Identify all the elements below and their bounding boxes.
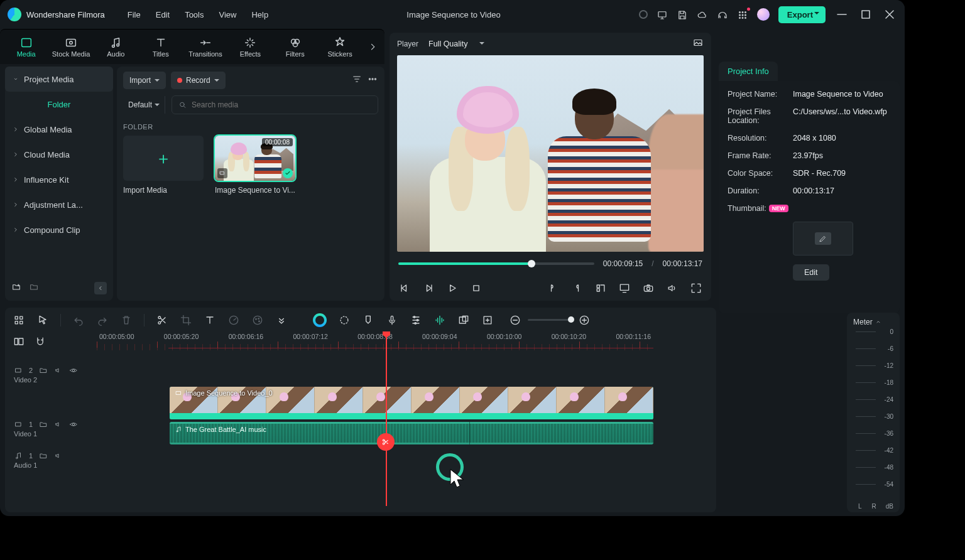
window-maximize[interactable] (858, 7, 873, 22)
more-icon[interactable] (367, 73, 378, 87)
monitor-icon[interactable] (657, 9, 668, 19)
player-preview[interactable] (397, 55, 704, 252)
pencil-icon[interactable] (815, 232, 831, 245)
project-info-panel: Project Info Project Name:Image Sequence… (719, 62, 900, 301)
ai-button[interactable] (313, 313, 327, 327)
prev-frame-button[interactable] (398, 282, 411, 294)
voiceover-icon[interactable] (386, 314, 398, 326)
import-dropdown[interactable]: Import (123, 72, 166, 89)
meter-title[interactable]: Meter (853, 318, 893, 326)
svg-point-9 (744, 18, 746, 19)
menu-file[interactable]: File (128, 10, 141, 19)
svg-rect-25 (694, 40, 702, 46)
fullscreen-button[interactable] (690, 282, 702, 294)
track-manager-icon[interactable] (13, 335, 25, 348)
sidebar-item-compound-clip[interactable]: Compound Clip (5, 217, 113, 242)
cloud-icon[interactable] (697, 9, 708, 19)
more-tools-button[interactable] (275, 314, 288, 326)
grid-icon[interactable] (13, 314, 25, 326)
export-button[interactable]: Export (778, 6, 826, 23)
media-clip-tile[interactable]: 00:00:08 Image Sequence to Vi... (215, 136, 295, 195)
svg-point-22 (180, 102, 185, 107)
timeline-playhead[interactable] (386, 333, 387, 506)
edit-button[interactable]: Edit (793, 264, 829, 281)
thumbnail-preview (793, 222, 853, 256)
import-media-tile[interactable]: ＋ Import Media (123, 136, 204, 195)
volume-button[interactable] (666, 282, 679, 294)
timeline-zoom[interactable] (509, 314, 591, 326)
search-input[interactable] (172, 95, 378, 114)
timeline-ruler[interactable]: 00:00:05:0000:00:05:2000:00:06:16 00:00:… (97, 333, 653, 350)
redo-button[interactable] (96, 314, 109, 326)
menu-view[interactable]: View (219, 10, 236, 19)
split-button[interactable] (156, 314, 168, 326)
info-file-location: C:/Users/ws/...to Video.wfp (793, 107, 891, 125)
track-head-video2[interactable]: 2 Video 2 (10, 357, 92, 384)
pointer-icon[interactable] (36, 314, 49, 326)
marker-icon[interactable] (362, 314, 374, 326)
snapshot-button[interactable] (642, 282, 655, 294)
split-cursor-icon[interactable] (377, 433, 395, 451)
play-button[interactable] (446, 282, 459, 294)
project-title: Image Sequence to Video (268, 10, 639, 19)
crop-button[interactable] (180, 314, 192, 326)
filter-icon[interactable] (352, 74, 362, 87)
audio-mixer-icon[interactable] (410, 314, 422, 326)
folder-icon[interactable] (29, 282, 39, 294)
mark-in-button[interactable] (547, 282, 559, 294)
svg-rect-57 (16, 423, 21, 426)
save-icon[interactable] (677, 9, 688, 19)
sidebar-collapse[interactable] (94, 282, 107, 294)
next-frame-button[interactable] (422, 282, 435, 294)
sidebar-item-project-media[interactable]: Project Media (5, 67, 113, 92)
menu-help[interactable]: Help (251, 10, 268, 19)
menu-edit[interactable]: Edit (156, 10, 170, 19)
color-button[interactable] (251, 314, 264, 326)
new-folder-icon[interactable] (11, 282, 21, 294)
player-progress[interactable] (398, 262, 594, 265)
delete-button[interactable] (120, 314, 133, 326)
audio-clip[interactable]: The Great Battle_AI music (170, 422, 653, 444)
magnet-icon[interactable] (34, 335, 46, 348)
video-clip[interactable]: Image Sequence to Video_0 (170, 387, 653, 419)
zoom-out-icon[interactable] (509, 314, 521, 326)
image-sequence-icon (217, 168, 227, 178)
record-dropdown[interactable]: Record (171, 72, 226, 89)
undo-button[interactable] (72, 314, 85, 326)
sidebar-item-cloud-media[interactable]: Cloud Media (5, 142, 113, 167)
svg-point-4 (739, 14, 740, 16)
mark-out-button[interactable] (570, 282, 583, 294)
apps-grid-icon[interactable] (737, 9, 748, 19)
svg-rect-26 (474, 286, 479, 291)
svg-rect-32 (15, 321, 18, 323)
plus-icon: ＋ (155, 148, 172, 170)
svg-point-7 (739, 18, 740, 19)
auto-beat-icon[interactable] (433, 314, 446, 326)
layout-dropdown[interactable] (594, 282, 607, 294)
sort-dropdown[interactable]: Default (123, 96, 165, 114)
headphones-icon[interactable] (717, 9, 728, 19)
speed-button[interactable] (227, 314, 240, 326)
window-minimize[interactable] (834, 7, 849, 22)
text-button[interactable] (204, 314, 216, 326)
window-close[interactable] (882, 7, 897, 22)
svg-point-41 (341, 316, 348, 324)
sidebar-item-adjustment-layer[interactable]: Adjustment La... (5, 192, 113, 217)
user-avatar[interactable] (757, 8, 770, 21)
snapshot-compare-icon[interactable] (692, 37, 704, 51)
zoom-in-icon[interactable] (578, 314, 591, 326)
add-track-icon[interactable] (481, 314, 494, 326)
sidebar-subitem-folder[interactable]: Folder (5, 92, 113, 117)
enhance-icon[interactable] (338, 314, 351, 326)
track-head-audio1[interactable]: 1 Audio 1 (10, 442, 92, 470)
menu-tools[interactable]: Tools (185, 10, 204, 19)
sidebar-item-global-media[interactable]: Global Media (5, 117, 113, 142)
stop-button[interactable] (470, 282, 482, 294)
project-info-tab[interactable]: Project Info (719, 62, 778, 81)
render-preview-icon[interactable] (457, 314, 470, 326)
app-brand: Wondershare Filmora (26, 10, 105, 19)
display-settings-button[interactable] (618, 282, 631, 294)
quality-dropdown[interactable]: Full Quality (428, 40, 484, 48)
track-head-video1[interactable]: 1 Video 1 (10, 411, 92, 438)
sidebar-item-influence-kit[interactable]: Influence Kit (5, 167, 113, 192)
